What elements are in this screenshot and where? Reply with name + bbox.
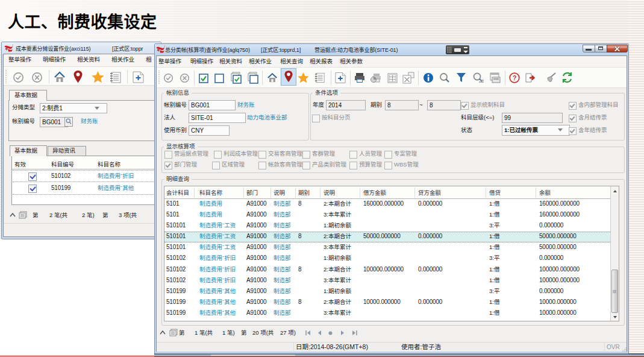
svg-text:?: ? [513,74,517,81]
